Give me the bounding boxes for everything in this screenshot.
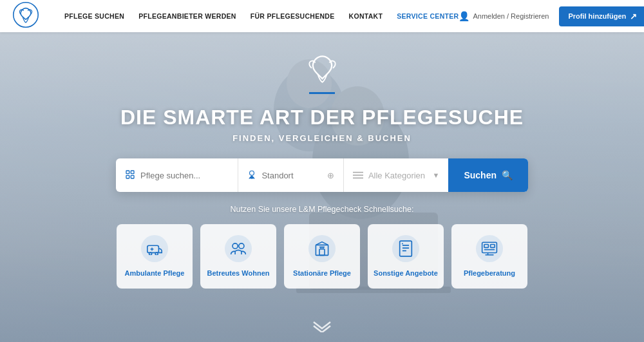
nav-pflege-suchen[interactable]: PFLEGE SUCHEN [64, 12, 124, 20]
user-icon: 👤 [459, 11, 469, 21]
chevron-down-icon: ▼ [433, 171, 440, 179]
login-link[interactable]: 👤 Anmelden / Registrieren [459, 11, 549, 21]
hero-section: DIE SMARTE ART DER PFLEGESUCHE FINDEN, V… [0, 32, 644, 342]
stationaere-pflege-icon [308, 235, 336, 262]
category-card-sonstige-angebote[interactable]: Sonstige Angebote [368, 224, 444, 289]
search-icon: 🔍 [502, 170, 513, 180]
menu-icon [353, 170, 363, 181]
betreutes-wohnen-label: Betreutes Wohnen [207, 269, 270, 278]
hero-subtitle: FINDEN, VERGLEICHEN & BUCHEN [232, 133, 412, 143]
nav-links: PFLEGE SUCHEN PFLEGEANBIETER WERDEN FÜR … [64, 12, 459, 20]
nav-pflegeanbieter-werden[interactable]: PFLEGEANBIETER WERDEN [138, 12, 236, 20]
category-card-stationaere-pflege[interactable]: Stationäre Pflege [284, 224, 360, 289]
pflegeberatung-icon [476, 235, 503, 262]
location-icon [247, 169, 256, 182]
hero-logo-icon [305, 52, 340, 87]
search-category-field: Alle Kategorien Ambulante Pflege Betreut… [344, 158, 449, 192]
category-cards: Ambulante Pflege Betreutes Wohnen [117, 224, 527, 289]
logo[interactable] [13, 2, 52, 30]
stationaere-pflege-label: Stationäre Pflege [293, 269, 351, 278]
sonstige-angebote-icon [392, 235, 419, 262]
svg-rect-10 [131, 175, 134, 178]
category-card-ambulante-pflege[interactable]: Ambulante Pflege [117, 224, 193, 289]
search-location-field: ⊕ [238, 158, 344, 192]
svg-rect-25 [491, 244, 495, 247]
nav-fuer-pflegesuchende[interactable]: FÜR PFLEGESUCHENDE [251, 12, 335, 20]
login-label: Anmelden / Registrieren [473, 12, 549, 20]
pflegeberatung-label: Pflegeberatung [464, 269, 515, 278]
category-card-betreutes-wohnen[interactable]: Betreutes Wohnen [200, 224, 276, 289]
share-icon: ↗ [630, 12, 637, 21]
search-location-input[interactable] [261, 171, 322, 180]
hero-title: DIE SMARTE ART DER PFLEGESUCHE [120, 106, 524, 129]
svg-rect-21 [319, 249, 325, 256]
profile-add-button[interactable]: Profil hinzufügen ↗ [559, 6, 644, 26]
svg-rect-7 [126, 171, 129, 174]
svg-point-18 [232, 243, 238, 249]
betreutes-wohnen-icon [225, 235, 252, 262]
svg-point-16 [149, 252, 152, 255]
nav-kontakt[interactable]: KONTAKT [349, 12, 383, 20]
svg-rect-9 [126, 175, 129, 178]
nav-service-center[interactable]: SERVICE CENTER [397, 12, 459, 20]
svg-rect-8 [131, 171, 134, 174]
hero-content: DIE SMARTE ART DER PFLEGESUCHE FINDEN, V… [0, 52, 644, 289]
scroll-down-icon[interactable] [312, 319, 332, 336]
svg-rect-20 [316, 245, 328, 255]
svg-point-11 [250, 171, 254, 175]
navbar: PFLEGE SUCHEN PFLEGEANBIETER WERDEN FÜR … [0, 0, 644, 32]
category-card-pflegeberatung[interactable]: Pflegeberatung [451, 224, 527, 289]
svg-point-17 [155, 252, 158, 255]
navbar-right: 👤 Anmelden / Registrieren Profil hinzufü… [459, 6, 644, 26]
quick-search-label: Nutzen Sie unsere L&M Pflegecheck Schnel… [231, 205, 414, 214]
sonstige-angebote-label: Sonstige Angebote [374, 269, 438, 278]
ambulante-pflege-label: Ambulante Pflege [125, 269, 185, 278]
search-pflege-input[interactable] [140, 171, 229, 180]
svg-point-0 [14, 3, 38, 27]
search-pflege-field [116, 158, 238, 192]
search-category-select[interactable]: Alle Kategorien Ambulante Pflege Betreut… [368, 171, 428, 180]
search-button-label: Suchen [464, 170, 497, 180]
search-button[interactable]: Suchen 🔍 [448, 158, 528, 192]
search-bar: ⊕ Alle Kategorien Ambulante Pflege Betre… [116, 158, 528, 192]
profile-add-label: Profil hinzufügen [568, 12, 626, 20]
hero-divider [309, 92, 335, 94]
svg-rect-24 [484, 244, 489, 247]
ambulante-pflege-icon [141, 235, 168, 262]
svg-point-19 [239, 243, 244, 249]
search-field-icon [125, 169, 135, 182]
location-clear-icon[interactable]: ⊕ [327, 171, 334, 180]
